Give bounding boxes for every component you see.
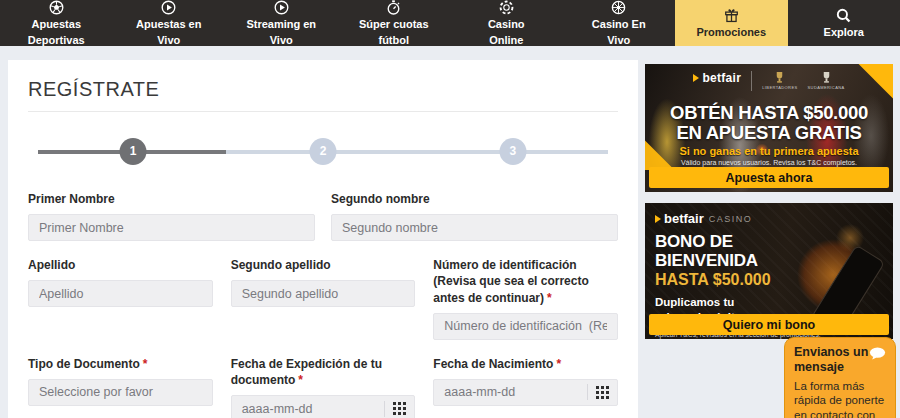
speech-bubble-icon	[869, 347, 886, 360]
apellido-input[interactable]	[28, 280, 213, 307]
field-label: Segundo nombre	[331, 191, 618, 207]
casino-logo-suffix: CASINO	[709, 214, 753, 224]
field-label-text: Fecha de Expedición de tu documento	[231, 357, 382, 387]
betfair-logo-text: betfair	[702, 71, 741, 85]
bonus-amount: HASTA $50.000	[655, 271, 893, 289]
nav-label-line: Online	[489, 34, 523, 47]
nav-item-explora[interactable]: Explora	[788, 0, 900, 46]
divider	[384, 401, 385, 417]
nav-item-casino-en-vivo[interactable]: Casino En Vivo	[563, 0, 676, 46]
field-label-text: Número de identificación (Revisa que sea…	[433, 258, 588, 304]
banner-title-line: BONO DE	[655, 233, 893, 252]
field-segundo-apellido: Segundo apellido	[231, 257, 416, 340]
required-marker: *	[143, 357, 148, 371]
stopwatch-icon	[385, 0, 402, 16]
field-label: Apellido	[28, 257, 213, 273]
free-bet-banner[interactable]: betfair LIBERTADORES SUDAMERICANA OBTÉN …	[645, 64, 893, 192]
gift-icon	[723, 7, 740, 24]
date-grid-icon[interactable]	[596, 386, 609, 399]
registration-card: REGÍSTRATE 1 2 3 Primer Nombre Segundo n…	[8, 60, 638, 418]
apuesta-ahora-button[interactable]: Apuesta ahora	[649, 167, 889, 188]
nav-label-line: Apuestas en	[136, 18, 201, 31]
banner-title-line: OBTÉN HASTA $50.000	[645, 103, 893, 123]
field-tipo-documento: Tipo de Documento*	[28, 356, 213, 418]
step-3[interactable]: 3	[499, 138, 526, 165]
chat-title-line: mensaje	[794, 360, 868, 375]
nav-label-line: Vivo	[157, 34, 180, 47]
play-circle-icon	[160, 0, 177, 16]
nav-label-line: fútbol	[378, 34, 409, 47]
nav-item-streaming-en-vivo[interactable]: Streaming en Vivo	[225, 0, 338, 46]
page-title: REGÍSTRATE	[28, 72, 618, 112]
nav-label-line: Casino En	[592, 18, 646, 31]
field-label: Fecha de Expedición de tu documento*	[231, 356, 416, 388]
field-label: Primer Nombre	[28, 191, 315, 207]
field-segundo-nombre: Segundo nombre	[331, 191, 618, 241]
nav-label-line: Explora	[824, 26, 864, 39]
field-label: Número de identificación (Revisa que sea…	[433, 257, 618, 306]
trophy-caption: SUDAMERICANA	[808, 85, 845, 90]
libertadores-trophy-icon: LIBERTADORES	[762, 71, 797, 90]
divider	[587, 384, 588, 400]
nav-label-line: Promociones	[696, 26, 766, 39]
nav-item-apuestas-en-vivo[interactable]: Apuestas en Vivo	[113, 0, 226, 46]
nav-item-apuestas-deportivas[interactable]: Apuestas Deportivas	[0, 0, 113, 46]
nav-label-line: Streaming en	[246, 18, 316, 31]
nav-label-line: Deportivas	[28, 34, 85, 47]
field-label: Fecha de Nacimiento*	[433, 356, 618, 372]
divider	[751, 71, 752, 91]
nav-item-super-cuotas-futbol[interactable]: Súper cuotas fútbol	[338, 0, 451, 46]
banner-subtitle: Si no ganas en tu primera apuesta	[645, 145, 893, 157]
main-content: REGÍSTRATE 1 2 3 Primer Nombre Segundo n…	[0, 46, 900, 418]
banner-title: OBTÉN HASTA $50.000 EN APUESTA GRATIS	[645, 103, 893, 143]
primer-nombre-input[interactable]	[28, 214, 315, 241]
nav-item-promociones[interactable]: Promociones	[675, 0, 788, 46]
date-placeholder: aaaa-mm-dd	[242, 402, 385, 416]
field-fecha-expedicion: Fecha de Expedición de tu documento* aaa…	[231, 356, 416, 418]
chat-title-line: Envianos un	[794, 345, 868, 360]
fecha-nacimiento-input[interactable]: aaaa-mm-dd	[433, 379, 618, 406]
required-marker: *	[547, 291, 552, 305]
search-icon	[835, 7, 852, 24]
sudamericana-trophy-icon: SUDAMERICANA	[808, 71, 845, 90]
casino-bonus-banner[interactable]: betfair CASINO BONO DE BIENVENIDA HASTA …	[645, 203, 893, 339]
nav-label-line: Vivo	[607, 34, 630, 47]
date-placeholder: aaaa-mm-dd	[444, 385, 587, 399]
field-label-text: Fecha de Nacimiento	[433, 357, 553, 371]
required-marker: *	[556, 357, 561, 371]
registration-form: Primer Nombre Segundo nombre Apellido Se…	[28, 191, 618, 418]
chat-title: Envianos un mensaje	[794, 345, 868, 375]
banner-terms: Válido para nuevos usuarios. Revisa los …	[645, 159, 893, 166]
registration-stepper: 1 2 3	[38, 138, 608, 165]
top-navigation: Apuestas Deportivas Apuestas en Vivo Str…	[0, 0, 900, 46]
banner-title-line: BIENVENIDA	[655, 252, 893, 271]
nav-item-casino-online[interactable]: Casino Online	[450, 0, 563, 46]
step-1[interactable]: 1	[120, 138, 147, 165]
nav-label-line: Vivo	[270, 34, 293, 47]
date-grid-icon[interactable]	[393, 402, 406, 415]
numero-identificacion-input[interactable]	[433, 313, 618, 340]
field-primer-nombre: Primer Nombre	[28, 191, 315, 241]
field-numero-identificacion: Número de identificación (Revisa que sea…	[433, 257, 618, 340]
soccer-ball-icon	[48, 0, 65, 16]
field-label: Segundo apellido	[231, 257, 416, 273]
banner-logo-row: betfair LIBERTADORES SUDAMERICANA	[645, 71, 893, 97]
field-label-text: Tipo de Documento	[28, 357, 140, 371]
nav-label-line: Súper cuotas	[359, 18, 429, 31]
tipo-documento-select[interactable]	[28, 379, 213, 406]
casino-chip-icon	[498, 0, 515, 16]
segundo-apellido-input[interactable]	[231, 280, 416, 307]
step-2[interactable]: 2	[310, 138, 337, 165]
trophy-caption: LIBERTADORES	[762, 85, 797, 90]
segundo-nombre-input[interactable]	[331, 214, 618, 241]
required-marker: *	[298, 373, 303, 387]
fecha-expedicion-input[interactable]: aaaa-mm-dd	[231, 395, 416, 418]
promo-sidebar: betfair LIBERTADORES SUDAMERICANA OBTÉN …	[645, 64, 893, 339]
quiero-mi-bono-button[interactable]: Quiero mi bono	[649, 314, 889, 335]
banner-title-line: EN APUESTA GRATIS	[645, 123, 893, 143]
play-circle-icon	[273, 0, 290, 16]
betfair-arrow-icon	[655, 215, 661, 223]
betfair-logo: betfair	[693, 71, 741, 85]
chat-message: La forma más rápida de ponerte en contac…	[794, 379, 886, 418]
chat-widget[interactable]: Envianos un mensaje La forma más rápida …	[784, 337, 896, 418]
